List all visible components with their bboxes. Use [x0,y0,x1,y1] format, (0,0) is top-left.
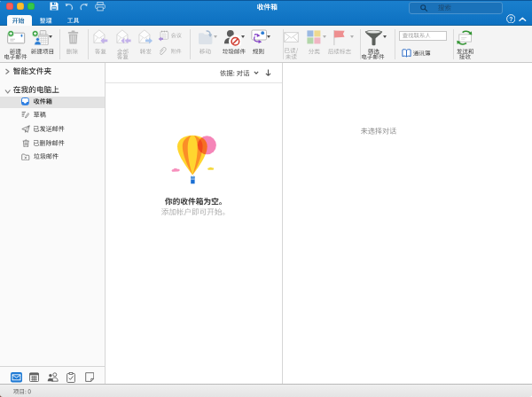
svg-text:?: ? [509,16,512,22]
